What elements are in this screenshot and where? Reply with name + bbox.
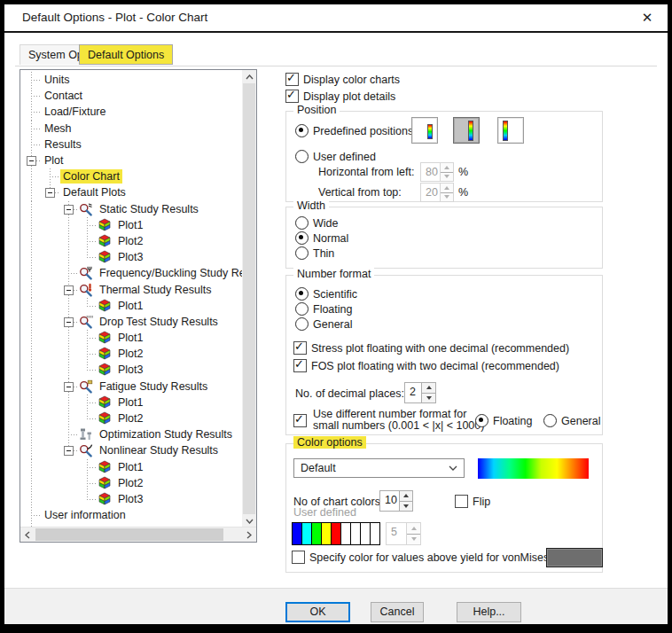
tree-item[interactable]: Plot1 [23,395,242,410]
decimal-places-spinner[interactable]: 2 [404,382,436,403]
spinner-up-icon[interactable] [407,523,420,535]
tree-item-label[interactable]: Default Plots [60,185,129,199]
small-numbers-format-checkbox[interactable] [293,414,307,427]
tree-item[interactable]: Plot3 [23,491,242,507]
scroll-down-icon[interactable] [242,514,256,528]
flip-checkbox[interactable]: Flip [455,495,490,508]
collapse-minus-icon[interactable] [64,205,74,215]
tree-item-label[interactable]: Plot1 [115,331,146,345]
tree-item-label[interactable]: Plot2 [115,411,146,426]
tree-item-label[interactable]: Frequency/Buckling Study Results [97,266,242,280]
spinner-up-icon[interactable] [422,383,435,394]
tree-item-label[interactable]: User information [42,508,129,522]
small-numbers-general-radio[interactable]: General [543,414,600,427]
tree-item[interactable]: Plot1 [23,217,242,233]
tree-item-label[interactable]: Units [42,73,72,87]
tree-item[interactable]: Plot [23,152,242,168]
tree-item[interactable]: Plot2 [23,346,242,362]
tree-item-label[interactable]: Plot3 [115,250,146,264]
tree-item[interactable]: Load/Fixture [23,104,242,120]
spinner-up-icon[interactable] [441,184,453,193]
tree-item[interactable]: Thermal Study Results [23,281,242,297]
tree-item[interactable]: Plot3 [23,249,242,265]
small-numbers-floating-radio[interactable]: Floating [475,414,532,427]
tree-item[interactable]: Plot1 [23,298,242,314]
tree-item[interactable]: Mesh [23,121,242,137]
scroll-right-icon[interactable] [242,528,256,542]
tree-item[interactable]: Plot1 [23,459,242,475]
color-scheme-dropdown[interactable]: Default [293,458,465,478]
tree-item[interactable]: Units [23,72,242,88]
vertical-scrollbar[interactable] [242,70,256,528]
close-icon[interactable]: ✕ [637,8,657,27]
help-button[interactable]: Help... [457,602,521,622]
scroll-left-icon[interactable] [20,528,35,542]
collapse-minus-icon[interactable] [64,317,74,327]
spinner-value[interactable]: 80 [421,163,440,181]
collapse-minus-icon[interactable] [64,285,74,295]
tree-item-label[interactable]: Fatigue Study Results [97,379,210,394]
tree-item[interactable]: Default Plots [23,184,242,200]
tree-item[interactable]: Plot2 [23,410,242,426]
spinner-down-icon[interactable] [441,173,453,182]
chart-colors-spinner[interactable]: 10 [379,490,413,512]
tree-item-label[interactable]: Nonlinear Study Results [97,443,221,457]
spinner-down-icon[interactable] [407,535,420,545]
tree-item-label[interactable]: Contact [42,89,85,103]
tree-item[interactable]: Color Chart [23,168,242,184]
collapse-minus-icon[interactable] [27,156,36,166]
tree-item[interactable]: Contact [23,88,242,104]
tree-item[interactable]: Optimization Study Results [23,426,242,442]
tree-item[interactable]: Plot2 [23,233,242,249]
position-left-button[interactable] [497,117,524,144]
position-right-top-button[interactable] [453,117,480,144]
tree-item[interactable]: Plot2 [23,475,242,491]
ok-button[interactable]: OK [285,602,350,622]
swatch-count-spinner[interactable]: 5 [386,522,421,545]
spinner-up-icon[interactable] [441,163,453,173]
collapse-minus-icon[interactable] [64,446,74,456]
tree-item-label[interactable]: Thermal Study Results [97,283,214,297]
cancel-button[interactable]: Cancel [371,602,424,622]
tree-item[interactable]: Results [23,137,242,152]
tree-item[interactable]: Static Study Results [23,201,242,217]
tree-item-label[interactable]: Plot1 [115,299,146,313]
scrollbar-thumb[interactable] [35,528,223,541]
spinner-down-icon[interactable] [400,502,412,512]
spinner-up-icon[interactable] [400,491,412,502]
tree-item-label[interactable]: Static Study Results [97,202,201,216]
tree-item[interactable]: Frequency/Buckling Study Results [23,265,242,281]
spinner-value[interactable]: 5 [387,523,406,544]
tree-item-label[interactable]: Color Chart [60,169,122,184]
tree-item-label[interactable]: Optimization Study Results [97,427,235,442]
display-color-charts-checkbox[interactable]: Display color charts [285,73,400,86]
tab-default-options[interactable]: Default Options [79,44,173,65]
tree-item-label[interactable]: Plot2 [115,347,146,361]
yield-color-swatch-button[interactable] [546,548,603,567]
tree-item-label[interactable]: Results [42,137,84,152]
tree-item-label[interactable]: Plot1 [115,395,146,410]
tree-item[interactable]: Plot1 [23,330,242,346]
horizontal-scrollbar[interactable] [20,527,256,542]
format-floating-radio[interactable]: Floating [295,302,352,316]
width-thin-radio[interactable]: Thin [295,246,334,260]
specify-yield-color-checkbox[interactable]: Specify color for values above yield for… [292,551,570,564]
tree-item-label[interactable]: Drop Test Study Results [97,315,221,329]
stress-plot-one-decimal-checkbox[interactable]: Stress plot floating with one decimal (r… [293,341,569,355]
spinner-value[interactable]: 20 [421,184,440,201]
tree-item-label[interactable]: Plot [42,153,66,168]
tree-item[interactable]: Fatigue Study Results [23,379,242,395]
width-wide-radio[interactable]: Wide [295,216,338,230]
tree-item-label[interactable]: Plot3 [115,492,146,506]
tree-item[interactable]: Drop Test Study Results [23,314,242,330]
color-swatch[interactable] [370,522,380,545]
tree-item[interactable]: User information [23,507,242,523]
tree-item-label[interactable]: Plot3 [115,363,146,377]
tree-item-label[interactable]: Mesh [42,121,74,136]
tree-item-label[interactable]: Plot1 [115,218,146,232]
predefined-positions-radio[interactable]: Predefined positions [295,124,413,137]
user-defined-radio[interactable]: User defined [295,150,376,163]
tree-item-label[interactable]: Load/Fixture [42,105,108,119]
scroll-up-icon[interactable] [242,70,256,83]
display-plot-details-checkbox[interactable]: Display plot details [285,90,395,103]
